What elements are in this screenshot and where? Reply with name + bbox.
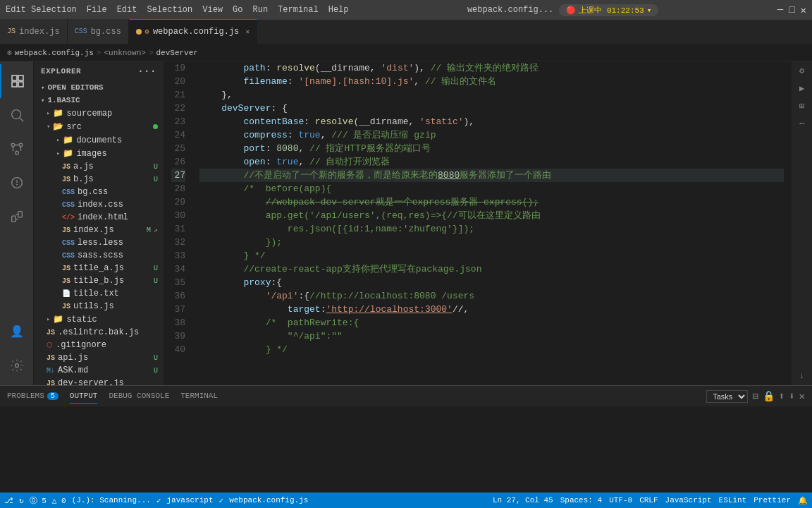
panel-layout-icon[interactable]: ⊟: [752, 390, 758, 402]
panel-tabs-wrapper: PROBLEMS 5 OUTPUT DEBUG CONSOLE TERMINAL: [7, 389, 706, 404]
file-utils-js[interactable]: JS utils.js: [34, 300, 164, 313]
file-less[interactable]: CSS less.less: [34, 236, 164, 249]
sidebar-menu-icon[interactable]: ···: [137, 66, 156, 77]
file-bg-css[interactable]: CSS bg.css: [34, 186, 164, 198]
file-index-css[interactable]: CSS index.css: [34, 198, 164, 211]
status-spaces[interactable]: Spaces: 4: [560, 496, 602, 504]
panel-tab-problems[interactable]: PROBLEMS 5: [7, 389, 59, 404]
sidebar-section-open-editors[interactable]: ▾ OPEN EDITORS: [34, 81, 164, 94]
panel-tab-terminal[interactable]: TERMINAL: [180, 389, 218, 404]
tab-bg-css[interactable]: CSS bg.css: [68, 19, 129, 44]
js-file-icon: JS: [62, 265, 70, 272]
title-bar-center: webpack.config... 🔴 上课中 01:22:53 ▾: [349, 4, 777, 16]
panel-lock-icon[interactable]: 🔒: [763, 390, 775, 402]
breadcrumb-devserver: devServer: [156, 49, 197, 57]
activity-explorer[interactable]: [0, 64, 34, 98]
maximize-button[interactable]: □: [789, 4, 794, 16]
status-filename[interactable]: webpack.config.js: [229, 496, 308, 504]
menu-file[interactable]: File: [87, 5, 107, 15]
status-prettier[interactable]: Prettier: [753, 496, 791, 504]
panel-tab-debug-console[interactable]: DEBUG CONSOLE: [109, 389, 169, 404]
menu-run[interactable]: Run: [252, 5, 268, 15]
menu-view[interactable]: View: [202, 5, 223, 15]
activity-search[interactable]: [0, 98, 34, 132]
status-errors[interactable]: ⓪ 5: [30, 495, 47, 506]
file-title-txt[interactable]: 📄 title.txt: [34, 287, 164, 300]
folder-images[interactable]: ▸ 📁 images: [34, 147, 164, 160]
tab-close-button[interactable]: ✕: [245, 28, 250, 36]
status-warnings[interactable]: △ 0: [52, 496, 66, 505]
right-sidebar: ⚙ ▶ ⊞ ⋯ ↓: [791, 61, 812, 385]
file-a-js[interactable]: JS a.js U: [34, 160, 164, 173]
breadcrumb-file[interactable]: webpack.config.js: [15, 49, 94, 57]
rs-icon-4[interactable]: ⋯: [798, 117, 806, 131]
rs-icon-3[interactable]: ⊞: [798, 99, 806, 113]
file-dev-server[interactable]: JS dev-server.js: [34, 377, 164, 385]
tab-file-name: webpack.config...: [467, 5, 553, 15]
js-file-icon: JS: [62, 303, 70, 310]
rs-icon-1[interactable]: ⚙: [798, 64, 806, 78]
folder-static[interactable]: ▸ 📁 static: [34, 313, 164, 326]
menu-go[interactable]: Go: [233, 5, 242, 15]
folder-sourcemap[interactable]: ▸ 📁 sourcemap: [34, 107, 164, 120]
config-icon: ⚙: [145, 28, 149, 36]
file-index-js[interactable]: JS index.js M ↗: [34, 224, 164, 236]
activity-avatar[interactable]: 👤: [0, 315, 34, 349]
tab-index-js[interactable]: JS index.js: [0, 19, 68, 44]
menu-terminal[interactable]: Terminal: [278, 5, 319, 15]
svg-rect-13: [18, 212, 22, 217]
sidebar-section-basic[interactable]: ▾ 1.BASIC: [34, 94, 164, 107]
status-bar-left: ⎇ ↻ ⓪ 5 △ 0 (J.): Scanning... ✓ javascri…: [4, 495, 308, 506]
close-button[interactable]: ✕: [801, 4, 806, 16]
svg-rect-12: [11, 216, 16, 222]
status-eol[interactable]: CRLF: [639, 496, 658, 504]
status-eslint[interactable]: ESLint: [719, 496, 747, 504]
tasks-select[interactable]: Tasks: [706, 390, 748, 403]
file-sass[interactable]: CSS sass.scss: [34, 249, 164, 262]
status-sync[interactable]: ↻: [19, 496, 24, 505]
file-title-b-js[interactable]: JS title_b.js U: [34, 274, 164, 287]
menu-edit[interactable]: Edit: [117, 5, 137, 15]
chevron-right-icon: ▸: [56, 136, 60, 144]
folder-documents[interactable]: ▸ 📁 documents: [34, 133, 164, 147]
css-file-icon: CSS: [62, 252, 75, 260]
git-branch-icon[interactable]: ⎇: [4, 496, 13, 505]
status-notifications[interactable]: 🔔: [798, 496, 808, 505]
minimize-button[interactable]: ─: [777, 4, 783, 16]
breadcrumb: ⚙ webpack.config.js > <unknown> > devSer…: [0, 44, 812, 61]
activity-settings[interactable]: [0, 349, 34, 382]
file-gitignore[interactable]: ⬡ .gitignore: [34, 339, 164, 351]
file-ask-md[interactable]: M↓ ASK.md U: [34, 364, 164, 377]
panel: PROBLEMS 5 OUTPUT DEBUG CONSOLE TERMINAL…: [0, 385, 812, 492]
menu-help[interactable]: Help: [328, 5, 349, 15]
svg-rect-0: [12, 75, 17, 80]
panel-minimize-icon[interactable]: ⬇: [789, 390, 794, 402]
rs-icon-bottom[interactable]: ↓: [798, 370, 806, 382]
status-javascript[interactable]: javascript: [167, 496, 214, 504]
svg-point-6: [11, 143, 15, 147]
status-position[interactable]: Ln 27, Col 45: [493, 496, 553, 504]
activity-extensions[interactable]: [0, 200, 34, 234]
tab-webpack-config[interactable]: ⚙ webpack.config.js ✕: [129, 19, 257, 44]
file-index-html[interactable]: </> index.html: [34, 211, 164, 224]
panel-close-icon[interactable]: ✕: [799, 390, 805, 402]
file-api-js[interactable]: JS api.js U: [34, 351, 164, 364]
breadcrumb-unknown: <unknown>: [104, 49, 145, 57]
folder-src[interactable]: ▾ 📂 src: [34, 120, 164, 133]
file-b-js[interactable]: JS b.js U: [34, 173, 164, 186]
src-dot: [153, 124, 158, 129]
rs-icon-2[interactable]: ▶: [798, 82, 806, 95]
svg-rect-2: [12, 82, 17, 87]
menu-selection[interactable]: Selection: [147, 5, 192, 15]
file-title-a-js[interactable]: JS title_a.js U: [34, 262, 164, 274]
dot-modified: [136, 29, 142, 35]
activity-git[interactable]: [0, 132, 34, 166]
file-eslintrc[interactable]: JS .eslintrc.bak.js: [34, 326, 164, 339]
line-numbers: 19 20 21 22 23 24 25 26 27 28 29 30 31 3…: [164, 61, 192, 385]
panel-maximize-icon[interactable]: ⬆: [779, 390, 785, 402]
activity-debug[interactable]: [0, 166, 34, 200]
status-language[interactable]: JavaScript: [665, 496, 712, 504]
code-content[interactable]: path: resolve(__dirname, 'dist'), // 输出文…: [192, 61, 791, 385]
panel-tab-output[interactable]: OUTPUT: [70, 389, 98, 404]
status-encoding[interactable]: UTF-8: [609, 496, 632, 504]
